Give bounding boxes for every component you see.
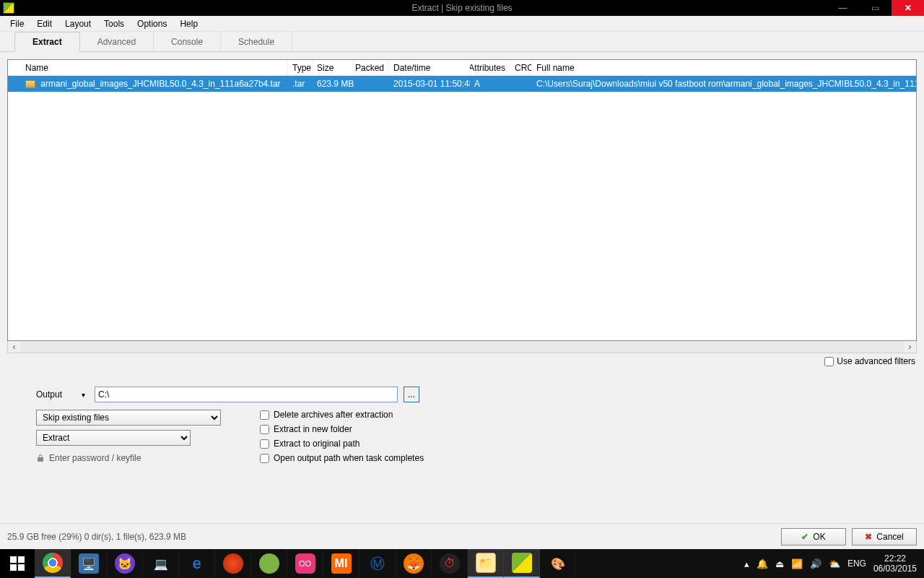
- menu-tools[interactable]: Tools: [98, 17, 130, 30]
- task-android-studio[interactable]: [251, 549, 287, 578]
- use-advanced-filters-label: Use advanced filters: [837, 356, 915, 366]
- ie-icon: e: [187, 553, 207, 574]
- folder-icon: 📁: [476, 553, 496, 573]
- chrome-icon: [43, 553, 63, 573]
- system-tray: ▴ 🔔 ⏏ 📶 🔊 ⛅ ENG 22:22 06/03/2015: [737, 549, 924, 578]
- delete-archives-checkbox[interactable]: [260, 410, 269, 420]
- header-name[interactable]: Name: [8, 60, 288, 75]
- output-label: Output: [36, 389, 76, 400]
- cell-name: armani_global_images_JHCMIBL50.0_4.3_in_…: [40, 79, 280, 89]
- task-laptop[interactable]: 💻: [143, 549, 179, 578]
- ccleaner-icon: [223, 553, 243, 574]
- header-date[interactable]: Date/time: [389, 60, 470, 75]
- task-github[interactable]: 🐱: [107, 549, 143, 578]
- weather-icon[interactable]: ⛅: [829, 558, 840, 569]
- password-link[interactable]: Enter password / keyfile: [49, 453, 141, 463]
- conflict-mode-select[interactable]: Skip existing files: [36, 410, 221, 426]
- eject-icon[interactable]: ⏏: [775, 558, 784, 569]
- desktop-icon: 🖥️: [79, 553, 99, 574]
- scroll-track[interactable]: [20, 341, 904, 353]
- android-studio-icon: [259, 553, 279, 574]
- task-chrome[interactable]: [35, 549, 71, 578]
- cell-attr: A: [470, 79, 510, 89]
- tab-bar: Extract Advanced Console Schedule: [0, 32, 924, 52]
- taskbar: 🖥️ 🐱 💻 e OO MI Ⓜ 🦊 ⏱ 📁 🎨 ▴ 🔔 ⏏ 📶 🔊 ⛅ ENG…: [0, 549, 924, 578]
- cell-size: 623.9 MB: [313, 79, 354, 89]
- task-ccleaner[interactable]: [215, 549, 251, 578]
- genymotion-icon: OO: [295, 553, 315, 574]
- header-crc[interactable]: CRC: [510, 60, 532, 75]
- delete-archives-label: Delete archives after extraction: [274, 410, 393, 420]
- extract-original-path-checkbox[interactable]: [260, 439, 269, 449]
- archive-icon: [25, 80, 35, 88]
- extract-original-path-label: Extract to original path: [274, 439, 359, 449]
- menu-options[interactable]: Options: [131, 17, 173, 30]
- open-output-label: Open output path when task completes: [274, 453, 424, 463]
- cell-type: .tar: [288, 79, 313, 89]
- use-advanced-filters-checkbox[interactable]: [824, 357, 834, 366]
- scroll-left-icon[interactable]: ‹: [8, 341, 20, 353]
- task-desktop[interactable]: 🖥️: [71, 549, 107, 578]
- menu-help[interactable]: Help: [174, 17, 204, 30]
- firefox-icon: 🦊: [404, 553, 424, 574]
- header-size[interactable]: Size: [313, 60, 354, 75]
- status-bar: 25.9 GB free (29%) 0 dir(s), 1 file(s), …: [0, 523, 924, 549]
- task-malwarebytes[interactable]: Ⓜ: [359, 549, 396, 578]
- notification-icon[interactable]: 🔔: [757, 558, 768, 569]
- check-icon: ✔: [801, 532, 808, 542]
- task-mi[interactable]: MI: [323, 549, 359, 578]
- output-path-input[interactable]: [95, 387, 398, 402]
- output-history-dropdown-icon[interactable]: ▾: [82, 391, 89, 399]
- close-button[interactable]: ✕: [892, 0, 924, 16]
- task-paint[interactable]: 🎨: [540, 549, 576, 578]
- minimize-button[interactable]: —: [827, 0, 859, 16]
- browse-button[interactable]: ...: [404, 387, 419, 402]
- header-attr[interactable]: Attributes: [470, 60, 510, 75]
- task-ie[interactable]: e: [179, 549, 215, 578]
- language-indicator[interactable]: ENG: [847, 558, 866, 569]
- header-type[interactable]: Type: [288, 60, 313, 75]
- tab-extract[interactable]: Extract: [14, 32, 80, 52]
- cancel-button[interactable]: ✖Cancel: [852, 528, 917, 545]
- horizontal-scrollbar[interactable]: ‹ ›: [7, 341, 917, 353]
- clock[interactable]: 22:22 06/03/2015: [873, 553, 917, 574]
- file-list[interactable]: Name Type Size Packed Date/time Attribut…: [7, 59, 917, 341]
- status-text: 25.9 GB free (29%) 0 dir(s), 1 file(s), …: [7, 532, 186, 542]
- peazip-icon: [512, 553, 532, 573]
- task-speedometer[interactable]: ⏱: [432, 549, 468, 578]
- tab-schedule[interactable]: Schedule: [221, 33, 292, 51]
- task-peazip[interactable]: [504, 549, 540, 578]
- extract-new-folder-label: Extract in new folder: [274, 424, 352, 434]
- cell-full: C:\Users\Suraj\Downloads\miui v50 fastbo…: [532, 79, 916, 89]
- lock-icon: [36, 454, 45, 462]
- ok-button[interactable]: ✔OK: [781, 528, 846, 545]
- list-row[interactable]: armani_global_images_JHCMIBL50.0_4.3_in_…: [8, 76, 916, 92]
- menu-edit[interactable]: Edit: [31, 17, 58, 30]
- task-firefox[interactable]: 🦊: [396, 549, 432, 578]
- tab-console[interactable]: Console: [154, 33, 221, 51]
- tab-advanced[interactable]: Advanced: [80, 33, 154, 51]
- menu-bar: File Edit Layout Tools Options Help: [0, 16, 924, 32]
- task-explorer[interactable]: 📁: [468, 549, 504, 578]
- title-bar: Extract | Skip existing files — ▭ ✕: [0, 0, 924, 16]
- scroll-right-icon[interactable]: ›: [904, 341, 916, 353]
- task-genymotion[interactable]: OO: [287, 549, 323, 578]
- open-output-checkbox[interactable]: [260, 454, 269, 463]
- maximize-button[interactable]: ▭: [859, 0, 892, 16]
- menu-layout[interactable]: Layout: [59, 17, 97, 30]
- extract-new-folder-checkbox[interactable]: [260, 425, 269, 434]
- action-select[interactable]: Extract: [36, 430, 191, 446]
- speedometer-icon: ⏱: [440, 553, 460, 574]
- window-title: Extract | Skip existing files: [411, 3, 512, 13]
- app-icon: [3, 2, 14, 14]
- list-header: Name Type Size Packed Date/time Attribut…: [8, 60, 916, 76]
- menu-file[interactable]: File: [4, 17, 30, 30]
- show-hidden-icon[interactable]: ▴: [744, 558, 749, 569]
- network-icon[interactable]: 📶: [791, 558, 803, 569]
- malwarebytes-icon: Ⓜ: [367, 553, 388, 574]
- cell-date: 2015-03-01 11:50:48: [389, 79, 470, 89]
- header-packed[interactable]: Packed: [354, 60, 389, 75]
- volume-icon[interactable]: 🔊: [810, 558, 821, 569]
- start-button[interactable]: [0, 549, 35, 578]
- header-full[interactable]: Full name: [532, 60, 916, 75]
